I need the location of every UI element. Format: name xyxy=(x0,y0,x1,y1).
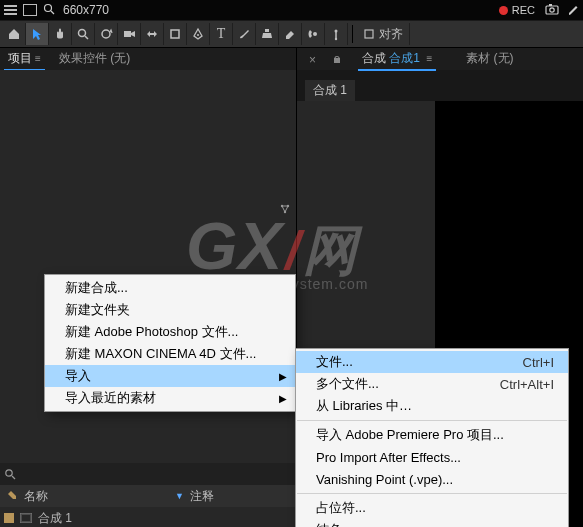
search-icon[interactable] xyxy=(43,3,55,18)
svg-rect-9 xyxy=(171,30,179,38)
record-label: REC xyxy=(512,4,535,16)
zoom-tool[interactable] xyxy=(72,23,95,45)
type-tool[interactable]: T xyxy=(210,23,233,45)
item-name: 合成 1 xyxy=(38,510,72,527)
eraser-tool[interactable] xyxy=(279,23,302,45)
lock-icon[interactable] xyxy=(330,50,344,70)
svg-rect-4 xyxy=(549,4,552,6)
window-frame-icon[interactable] xyxy=(23,4,37,16)
menu-item[interactable]: 新建 MAXON CINEMA 4D 文件... xyxy=(45,343,295,365)
menu-item[interactable]: 多个文件...Ctrl+Alt+I xyxy=(296,373,568,395)
menu-item[interactable]: 文件...Ctrl+I xyxy=(296,351,568,373)
brush-tool[interactable] xyxy=(233,23,256,45)
menu-separator xyxy=(297,420,567,421)
menu-item[interactable]: 占位符... xyxy=(296,497,568,519)
submenu-arrow-icon: ▶ xyxy=(279,371,287,382)
tag-column-icon[interactable] xyxy=(4,489,20,503)
puppet-tool[interactable] xyxy=(325,23,348,45)
svg-point-5 xyxy=(79,30,86,37)
svg-point-0 xyxy=(45,4,52,11)
effect-controls-tab[interactable]: 效果控件 (无) xyxy=(55,47,134,70)
svg-point-20 xyxy=(6,470,12,476)
menu-item[interactable]: 纯色... xyxy=(296,519,568,527)
align-button[interactable]: 对齐 xyxy=(357,23,410,45)
svg-point-7 xyxy=(102,30,110,38)
camera-icon[interactable] xyxy=(545,3,559,18)
project-search[interactable] xyxy=(0,463,296,485)
svg-rect-2 xyxy=(546,6,558,14)
svg-line-1 xyxy=(51,11,54,14)
composition-tab[interactable]: 合成 合成1 ≡ xyxy=(358,47,436,70)
svg-rect-11 xyxy=(265,29,269,32)
menu-item[interactable]: Vanishing Point (.vpe)... xyxy=(296,468,568,490)
pen-tool[interactable] xyxy=(187,23,210,45)
menu-item[interactable]: 新建合成... xyxy=(45,277,295,299)
svg-point-3 xyxy=(550,7,554,11)
menu-icon[interactable] xyxy=(4,5,17,15)
shape-tool[interactable] xyxy=(164,23,187,45)
project-list-header: 名称 ▼ 注释 xyxy=(0,485,296,507)
panel-options-icon[interactable] xyxy=(278,202,292,216)
align-label: 对齐 xyxy=(379,26,403,43)
svg-point-15 xyxy=(335,38,337,40)
svg-line-6 xyxy=(85,36,88,39)
svg-rect-8 xyxy=(124,31,131,37)
pencil-icon[interactable] xyxy=(567,3,579,18)
search-input[interactable] xyxy=(20,466,292,482)
svg-point-10 xyxy=(197,34,199,36)
camera-tool[interactable] xyxy=(118,23,141,45)
menu-item[interactable]: 新建文件夹 xyxy=(45,299,295,321)
menu-item[interactable]: 新建 Adobe Photoshop 文件... xyxy=(45,321,295,343)
svg-rect-23 xyxy=(22,515,30,521)
search-icon xyxy=(4,468,16,480)
import-submenu: 文件...Ctrl+I多个文件...Ctrl+Alt+I从 Libraries … xyxy=(295,348,569,527)
project-tab[interactable]: 项目≡ xyxy=(4,47,45,70)
menu-item[interactable]: 导入 Adobe Premiere Pro 项目... xyxy=(296,424,568,446)
name-column[interactable]: 名称 xyxy=(20,488,169,505)
home-tool[interactable] xyxy=(3,23,26,45)
composition-icon xyxy=(20,513,32,523)
menu-separator xyxy=(297,493,567,494)
menu-item[interactable]: Pro Import After Effects... xyxy=(296,446,568,468)
selection-tool[interactable] xyxy=(26,23,49,45)
shortcut-label: Ctrl+I xyxy=(523,355,554,370)
shortcut-label: Ctrl+Alt+I xyxy=(500,377,554,392)
title-bar: 660x770 REC xyxy=(0,0,583,20)
canvas-dimensions: 660x770 xyxy=(63,3,109,17)
submenu-arrow-icon: ▶ xyxy=(279,393,287,404)
item-label-color xyxy=(4,513,14,523)
comp-chip[interactable]: 合成 1 xyxy=(305,80,355,101)
tool-bar: T 对齐 xyxy=(0,20,583,48)
sort-arrow-icon[interactable]: ▼ xyxy=(169,491,190,501)
svg-rect-16 xyxy=(365,30,373,38)
roto-tool[interactable] xyxy=(302,23,325,45)
pan-behind-tool[interactable] xyxy=(141,23,164,45)
project-context-menu: 新建合成...新建文件夹新建 Adobe Photoshop 文件...新建 M… xyxy=(44,274,296,412)
menu-item[interactable]: 导入最近的素材▶ xyxy=(45,387,295,409)
menu-item[interactable]: 导入▶ xyxy=(45,365,295,387)
orbit-tool[interactable] xyxy=(95,23,118,45)
panel-grip-icon[interactable]: × xyxy=(305,50,320,70)
svg-point-12 xyxy=(313,32,317,36)
hand-tool[interactable] xyxy=(49,23,72,45)
clone-stamp-tool[interactable] xyxy=(256,23,279,45)
svg-line-21 xyxy=(12,476,15,479)
project-item-row[interactable]: 合成 1 xyxy=(0,507,296,527)
footage-tab[interactable]: 素材 (无) xyxy=(462,47,517,70)
comment-column[interactable]: 注释 xyxy=(190,488,296,505)
record-indicator-icon xyxy=(499,6,508,15)
svg-rect-24 xyxy=(334,58,340,63)
menu-item[interactable]: 从 Libraries 中… xyxy=(296,395,568,417)
